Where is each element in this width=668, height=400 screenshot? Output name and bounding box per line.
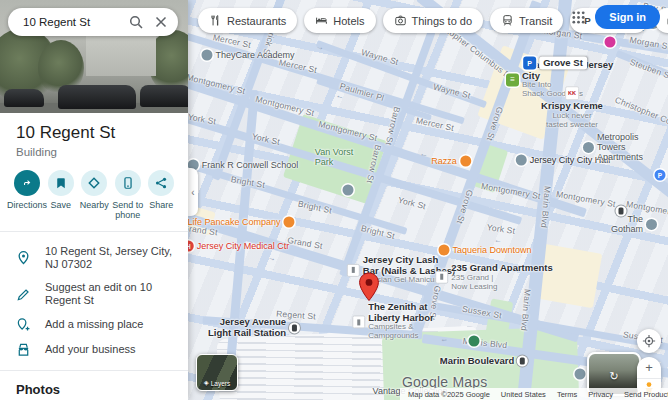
oneway-arrow-icon: →: [315, 42, 325, 53]
search-input[interactable]: [21, 15, 128, 29]
action-label: Share: [149, 200, 173, 210]
oneway-arrow-icon: →: [267, 253, 277, 264]
chip-hotels[interactable]: Hotels: [304, 8, 375, 33]
poi-dot-magenta[interactable]: [605, 37, 616, 48]
poi-name: The Gotham: [611, 214, 643, 234]
path-station: P: [523, 57, 536, 70]
poi-life-pancake-company[interactable]: Life Pancake Company: [188, 217, 295, 228]
poi-jersey-city-medical-ctr[interactable]: HJersey City Medical Ctr: [188, 241, 289, 252]
poi-marin-boulevard[interactable]: Marin Boulevard: [440, 356, 528, 367]
dot-gray: [575, 369, 586, 380]
poi-metropolis-towers-apartments[interactable]: Metropolis Towers Apartments: [583, 132, 643, 162]
my-location-button[interactable]: [637, 329, 661, 353]
dot-gray: [201, 50, 212, 61]
poi-dot-gray[interactable]: [575, 369, 586, 380]
car-decor: [4, 89, 44, 107]
poi-krispy-kreme[interactable]: KKKrispy KremeLuck never tasted sweeter: [541, 86, 603, 130]
poi-subtitle: Campsites & Campgrounds: [368, 324, 433, 342]
detail-text: Add a missing place: [45, 318, 143, 331]
poi-dot-green[interactable]: [469, 336, 480, 347]
close-icon[interactable]: [153, 14, 169, 30]
poi-name: TheyCare Academy: [215, 50, 294, 60]
car-decor: [58, 85, 136, 109]
layers-label: Layers: [211, 380, 231, 387]
google-apps-grid-icon[interactable]: [571, 10, 586, 25]
dot-orange: [438, 245, 449, 256]
poi-the-gotham[interactable]: The Gotham: [611, 214, 657, 234]
place-details-list: 10 Regent St, Jersey City, NJ 07302Sugge…: [0, 234, 188, 369]
save-button[interactable]: Save: [44, 170, 78, 221]
poi-van-vorst-park[interactable]: Van Vorst Park: [315, 147, 353, 167]
building-facade: [86, 30, 156, 76]
chip-restaurants[interactable]: Restaurants: [198, 8, 297, 33]
chip-label: Hotels: [333, 15, 364, 27]
poi-235-grand-apartments[interactable]: 235 Grand Apartments235 Grand | Now Leas…: [435, 263, 553, 292]
place-side-panel: SUTTON 10 Regent St Building DirectionsS…: [0, 0, 188, 400]
poi-subtitle: 235 Grand | Now Leasing: [451, 273, 553, 291]
directions-button[interactable]: Directions: [10, 170, 44, 221]
poi-light-rail[interactable]: [616, 206, 627, 217]
chip-transit[interactable]: Transit: [490, 8, 563, 33]
add-place-icon: [16, 317, 31, 332]
poi-dot-gray[interactable]: [343, 185, 354, 196]
detail-text: 10 Regent St, Jersey City, NJ 07302: [45, 245, 172, 271]
poi-name: Razza: [431, 156, 457, 166]
poi-grove-st[interactable]: PGrove St: [523, 57, 587, 70]
dot-orange: [460, 156, 471, 167]
nearby-button[interactable]: Nearby: [78, 170, 112, 221]
oneway-arrow-icon: ←: [440, 334, 449, 344]
collapse-side-panel-button[interactable]: ‹: [188, 168, 198, 216]
layers-button[interactable]: ◈Layers: [196, 354, 238, 391]
poi-theycare-academy[interactable]: TheyCare Academy: [201, 50, 294, 61]
action-label: Nearby: [80, 200, 109, 210]
street-label: Steuben St: [629, 57, 668, 81]
zoom-in-button[interactable]: +: [637, 357, 661, 379]
search-icon[interactable]: [128, 14, 144, 30]
poi-name: Van Vorst Park: [315, 147, 353, 167]
poi-name: Jersey City Medical Ctr: [197, 241, 290, 251]
detail-suggest-an-edit-on-10-regent[interactable]: Suggest an edit on 10 Regent St: [0, 276, 188, 312]
dot-orange: [284, 217, 295, 228]
attribution-united-states[interactable]: United States: [501, 390, 546, 399]
photos-heading: Photos: [0, 373, 188, 400]
action-label: Save: [50, 200, 71, 210]
map-attribution-bar: Map data ©2025 GoogleUnited StatesTermsP…: [400, 388, 668, 400]
send-to-phone-button[interactable]: Send to phone: [111, 170, 145, 221]
detail-10-regent-st-jersey-city-nj-[interactable]: 10 Regent St, Jersey City, NJ 07302: [0, 240, 188, 276]
action-label: Directions: [7, 200, 47, 210]
attribution-privacy[interactable]: Privacy: [588, 390, 613, 399]
poi-razza[interactable]: Razza: [431, 156, 471, 167]
share-button[interactable]: Share: [145, 170, 179, 221]
detail-add-your-business[interactable]: Add your business: [0, 337, 188, 362]
poi-name: Grove St: [539, 57, 587, 70]
map-canvas[interactable]: Mercer StMercer StMercer StMontgomery St…: [188, 0, 668, 400]
destination-marker[interactable]: [358, 272, 380, 302]
directions-icon: [14, 170, 40, 196]
poi-taqueria-downtown[interactable]: Taqueria Downtown: [438, 245, 531, 256]
street-label: York St: [397, 195, 427, 212]
dot-parking-blue: P: [655, 170, 666, 181]
poi-name: Jersey Avenue Light Rail Station: [208, 317, 286, 338]
chip-things-to-do[interactable]: Things to do: [383, 8, 484, 33]
street-label: Marin Blvd: [539, 186, 553, 229]
attribution-terms[interactable]: Terms: [557, 390, 577, 399]
poi-jersey-avenue-light-rail-station[interactable]: Jersey Avenue Light Rail Station: [208, 317, 300, 338]
street-label: Wayne St: [432, 82, 471, 101]
attribution-map-data-2025-google: Map data ©2025 Google: [408, 390, 490, 399]
poi-the-zenith-at-liberty-harbor[interactable]: The Zenith at Liberty HarborCampsites & …: [352, 302, 433, 341]
poi-dot-parking-blue[interactable]: P: [655, 170, 666, 181]
send-to-phone-icon: [115, 170, 141, 196]
poi-name: Marin Boulevard: [440, 356, 514, 367]
detail-text: Add your business: [45, 343, 136, 356]
chip-label: Transit: [519, 15, 552, 27]
divider: [0, 370, 188, 371]
transit-icon: [501, 14, 514, 27]
place-title: 10 Regent St: [16, 123, 172, 143]
pencil-icon: [16, 287, 31, 302]
sign-in-button[interactable]: Sign in: [595, 5, 660, 29]
poi-frank-r-conwell-school[interactable]: Frank R Conwell School: [188, 160, 298, 171]
detail-add-a-missing-place[interactable]: Add a missing place: [0, 312, 188, 337]
restaurants-icon: [209, 14, 222, 27]
place-subtitle: Building: [16, 146, 172, 158]
attribution-send-product-feedback[interactable]: Send Product Feedback: [624, 390, 668, 399]
